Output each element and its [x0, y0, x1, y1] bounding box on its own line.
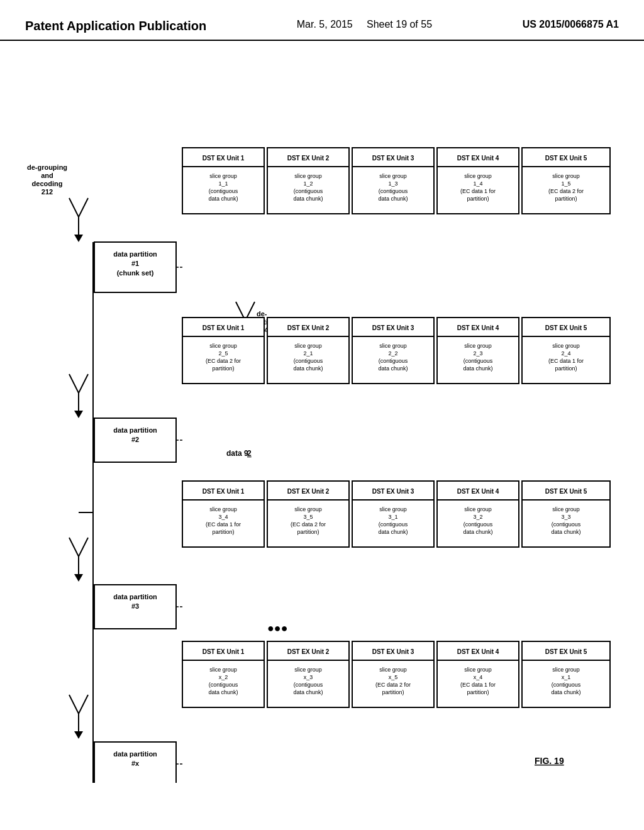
slice-r4-u5-l1: slice group	[552, 667, 580, 673]
slice-r3-u1-l4: partition)	[212, 529, 234, 535]
slice-r2-u3-l1: slice group	[379, 343, 407, 349]
data-num: 2	[247, 449, 252, 458]
slice-r4-u2-l1: slice group	[294, 667, 322, 673]
unit-r1-u2-label: DST EX Unit 2	[287, 155, 330, 162]
slice-r4-u5-l3: (contiguous	[552, 682, 581, 688]
partition-3-text1: data partition	[113, 593, 157, 600]
arrow-head-row1	[74, 235, 83, 242]
slice-r1-u5-l1: slice group	[552, 173, 580, 179]
arrow-head-row3	[74, 574, 83, 582]
decoding-num: 212	[42, 188, 53, 196]
slice-r3-u2-l2: 3_5	[303, 514, 313, 520]
slice-r2-u3-l2: 2_2	[388, 350, 397, 357]
unit-r3-u4-label: DST EX Unit 4	[457, 488, 499, 495]
slice-r4-u4-l3: (EC data 1 for	[460, 682, 496, 688]
arrow-head-row4	[74, 731, 83, 739]
unit-r4-u2-label: DST EX Unit 2	[287, 648, 330, 655]
slice-r1-u3-l3: (contiguous	[379, 188, 408, 194]
slice-r4-u5-l4: data chunk)	[551, 689, 580, 695]
slice-r2-u4-l4: data chunk)	[463, 365, 492, 372]
partition-3-text2: #3	[131, 602, 139, 610]
main-content: de-grouping and decoding 212 de- partiti…	[0, 41, 644, 798]
partition-1-text1: data partition	[113, 250, 157, 258]
slice-r3-u3-l4: data chunk)	[378, 529, 408, 535]
header-center: Mar. 5, 2015 Sheet 19 of 55	[297, 19, 432, 30]
unit-r2-u5-label: DST EX Unit 5	[545, 324, 587, 331]
slice-r1-u3-l2: 1_3	[388, 180, 397, 187]
partition-x-text2: #x	[131, 760, 140, 767]
de-partitioning-label: de-	[257, 310, 267, 318]
and-label: and	[41, 172, 53, 179]
unit-r1-u1-label: DST EX Unit 1	[203, 155, 245, 162]
slice-r1-u1-l3: (contiguous	[209, 188, 238, 194]
slice-r1-u5-l3: (EC data 2 for	[548, 188, 584, 194]
slice-r3-u5-l1: slice group	[552, 506, 580, 512]
unit-r1-u3-label: DST EX Unit 3	[372, 155, 414, 162]
arrow-head-row2	[74, 411, 83, 418]
fig-label: FIG. 19	[535, 756, 564, 766]
unit-r3-u2-label: DST EX Unit 2	[287, 488, 330, 495]
slice-r4-u3-l4: partition)	[382, 689, 404, 695]
slice-r3-u2-l3: (EC data 2 for	[291, 521, 326, 528]
unit-r2-u4-label: DST EX Unit 4	[457, 324, 499, 331]
slice-r2-u1-l4: partition)	[212, 365, 234, 372]
header-title: Patent Application Publication	[25, 19, 206, 33]
slice-r3-u5-l4: data chunk)	[551, 529, 580, 535]
slice-r2-u2-l2: 2_1	[303, 350, 313, 357]
slice-r1-u2-l2: 1_2	[303, 180, 313, 187]
partition-1-text2: #1	[131, 260, 139, 267]
v-arrow-row2	[69, 374, 88, 393]
slice-r1-u3-l1: slice group	[379, 173, 407, 179]
slice-r2-u3-l3: (contiguous	[379, 358, 408, 364]
page-header: Patent Application Publication Mar. 5, 2…	[0, 0, 644, 41]
slice-r1-u4-l2: 1_4	[473, 180, 482, 187]
slice-r4-u4-l2: x_4	[474, 674, 483, 680]
slice-r1-u4-l1: slice group	[464, 173, 492, 179]
partition-box-1	[94, 242, 176, 292]
slice-r2-u3-l4: data chunk)	[378, 365, 408, 372]
slice-r4-u4-l1: slice group	[464, 667, 492, 673]
slice-r4-u2-l3: (contiguous	[294, 682, 323, 688]
header-patent: US 2015/0066875 A1	[523, 19, 619, 30]
slice-r1-u5-l2: 1_5	[561, 180, 570, 187]
slice-r3-u4-l2: 3_2	[473, 514, 482, 520]
slice-r3-u4-l3: (contiguous	[464, 521, 493, 528]
slice-r2-u4-l3: (contiguous	[464, 358, 493, 364]
unit-r4-u5-label: DST EX Unit 5	[545, 648, 587, 655]
slice-r1-u1-l4: data chunk)	[208, 196, 238, 202]
slice-r1-u2-l3: (contiguous	[294, 188, 323, 194]
slice-r4-u1-l2: x_2	[219, 674, 228, 680]
slice-r2-u2-l4: data chunk)	[293, 365, 323, 372]
diagram-svg: de-grouping and decoding 212 de- partiti…	[19, 53, 623, 783]
slice-r1-u4-l3: (EC data 1 for	[460, 188, 496, 194]
v-arrow-row1	[69, 198, 88, 217]
decoding-label: decoding	[32, 180, 63, 187]
slice-r3-u4-l4: data chunk)	[463, 529, 492, 535]
slice-r3-u1-l1: slice group	[209, 506, 237, 512]
partition-1-text3: (chunk set)	[117, 269, 154, 277]
slice-r2-u5-l3: (EC data 1 for	[548, 358, 584, 364]
slice-r2-u5-l4: partition)	[555, 365, 577, 372]
unit-r4-u3-label: DST EX Unit 3	[372, 648, 414, 655]
slice-r4-u5-l2: x_1	[562, 674, 571, 680]
slice-r3-u1-l3: (EC data 1 for	[206, 521, 241, 528]
slice-r4-u1-l1: slice group	[209, 667, 237, 673]
ellipsis-dots: ●●●	[267, 622, 288, 634]
slice-r2-u5-l1: slice group	[552, 343, 580, 349]
slice-r2-u2-l1: slice group	[294, 343, 322, 349]
unit-r1-u4-label: DST EX Unit 4	[457, 155, 499, 162]
slice-r3-u4-l1: slice group	[464, 506, 492, 512]
unit-r4-u4-label: DST EX Unit 4	[457, 648, 499, 655]
unit-r2-u1-label: DST EX Unit 1	[203, 324, 245, 331]
slice-r3-u3-l1: slice group	[379, 506, 407, 512]
slice-r3-u3-l3: (contiguous	[379, 521, 408, 528]
unit-r3-u1-label: DST EX Unit 1	[203, 488, 245, 495]
slice-r2-u1-l3: (EC data 2 for	[206, 358, 241, 364]
unit-r2-u2-label: DST EX Unit 2	[287, 324, 330, 331]
slice-r4-u4-l4: partition)	[467, 689, 489, 695]
slice-r2-u1-l1: slice group	[209, 343, 237, 349]
data-label: data 9	[226, 449, 248, 458]
slice-r2-u1-l2: 2_5	[218, 350, 228, 357]
slice-r4-u1-l3: (contiguous	[209, 682, 238, 688]
slice-r2-u4-l1: slice group	[464, 343, 492, 349]
